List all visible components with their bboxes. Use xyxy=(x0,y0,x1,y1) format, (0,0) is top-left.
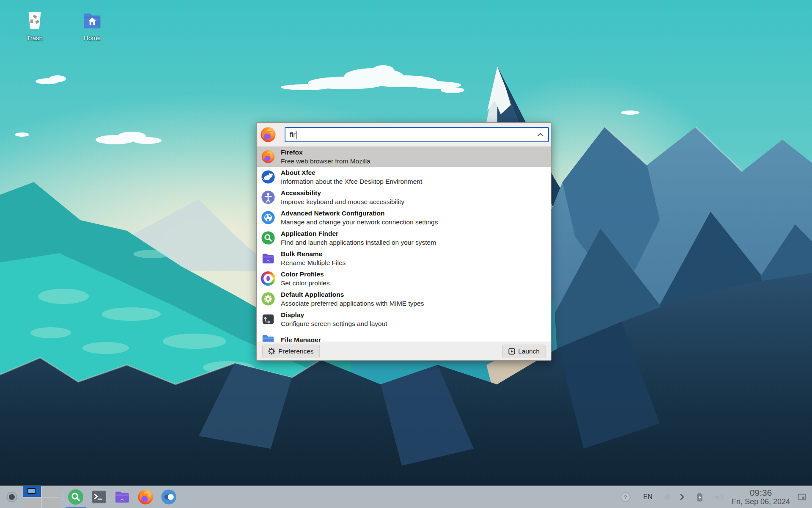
result-subtitle: Information about the Xfce Desktop Envir… xyxy=(281,177,422,186)
result-title: About Xfce xyxy=(281,168,422,177)
desktop: Trash Home xyxy=(0,0,812,508)
result-row[interactable]: Application FinderFind and launch applic… xyxy=(257,228,551,248)
trash-icon xyxy=(19,9,50,32)
file-manager-launcher[interactable] xyxy=(114,489,130,505)
app-finder-icon xyxy=(261,231,275,245)
clock-time: 09:36 xyxy=(732,488,790,497)
panel-separator xyxy=(60,494,65,500)
workspace-switcher xyxy=(23,486,60,508)
desktop-icon-label: Trash xyxy=(19,34,50,41)
accessibility-icon xyxy=(261,190,275,204)
launch-play-icon xyxy=(508,348,515,355)
home-folder-icon xyxy=(77,9,107,32)
search-input[interactable]: fir xyxy=(285,127,549,142)
preferences-button[interactable]: Preferences xyxy=(262,345,320,358)
result-row[interactable]: Advanced Network ConfigurationManage and… xyxy=(257,207,551,228)
launch-button[interactable]: Launch xyxy=(502,345,546,358)
finder-footer: Preferences Launch xyxy=(257,342,551,360)
clock-date: Fri, Sep 06, 2024 xyxy=(732,497,790,506)
battery-charging-icon[interactable] xyxy=(696,492,703,502)
text-caret xyxy=(296,131,297,139)
workspace-1[interactable] xyxy=(23,486,41,497)
firefox-icon xyxy=(261,149,275,164)
result-subtitle: Rename Multiple Files xyxy=(281,258,346,267)
desktop-icon-home[interactable]: Home xyxy=(77,9,107,41)
default-apps-icon xyxy=(261,292,275,306)
result-title: Accessibility xyxy=(281,188,404,197)
workspace-window-thumb xyxy=(27,488,36,494)
preferences-label: Preferences xyxy=(278,348,314,355)
workspace-4[interactable] xyxy=(41,497,60,508)
result-list: FirefoxFree web browser from MozillaAbou… xyxy=(257,146,551,342)
color-profiles-icon xyxy=(261,271,275,286)
launch-label: Launch xyxy=(518,348,540,355)
firefox-icon xyxy=(260,126,277,143)
workspace-3[interactable] xyxy=(23,497,41,508)
result-row[interactable]: File Manager xyxy=(257,329,551,342)
result-title: Bulk Rename xyxy=(281,249,346,258)
notifications-bell-icon[interactable] xyxy=(664,493,672,501)
result-subtitle: Set color profiles xyxy=(281,279,329,287)
result-title: Firefox xyxy=(281,148,370,157)
result-title: Color Profiles xyxy=(281,270,329,279)
application-finder-window: fir FirefoxFree web browser from Mozilla… xyxy=(256,122,551,361)
application-finder-launcher[interactable] xyxy=(68,489,84,505)
result-title: Default Applications xyxy=(281,290,424,299)
desktop-icon-label: Home xyxy=(77,34,107,41)
desktop-icon-trash[interactable]: Trash xyxy=(19,9,50,41)
result-subtitle: Free web browser from Mozilla xyxy=(281,157,370,166)
chevron-up-icon[interactable] xyxy=(537,133,544,137)
result-subtitle: Associate preferred applications with MI… xyxy=(281,299,424,308)
result-row[interactable]: Color ProfilesSet color profiles xyxy=(257,268,551,289)
result-subtitle: Find and launch applications installed o… xyxy=(281,238,436,247)
file-manager-icon xyxy=(261,332,275,342)
result-title: Advanced Network Configuration xyxy=(281,209,438,218)
result-title: Application Finder xyxy=(281,229,436,238)
panel-menu-button[interactable] xyxy=(6,491,18,503)
result-title: Display xyxy=(281,310,387,319)
xfce-icon xyxy=(261,170,275,184)
keyboard-layout-indicator[interactable]: EN xyxy=(643,493,653,501)
result-subtitle: Manage and change your network connectio… xyxy=(281,218,438,226)
gear-icon xyxy=(268,348,275,355)
volume-icon[interactable] xyxy=(714,493,724,501)
result-title: File Manager xyxy=(281,335,321,342)
result-row[interactable]: FirefoxFree web browser from Mozilla xyxy=(257,146,551,167)
result-row[interactable]: About XfceInformation about the Xfce Des… xyxy=(257,167,551,187)
workspace-2[interactable] xyxy=(41,486,60,497)
help-badge-icon[interactable]: ? xyxy=(620,492,631,502)
result-row[interactable]: Default ApplicationsAssociate preferred … xyxy=(257,289,551,309)
terminal-launcher[interactable] xyxy=(91,489,107,505)
network-icon xyxy=(261,210,275,225)
show-desktop-icon[interactable] xyxy=(798,494,806,500)
settings-toggle-launcher[interactable] xyxy=(161,489,177,505)
taskbar-panel: ? EN xyxy=(0,486,812,508)
result-row[interactable]: AccessibilityImprove keyboard and mouse … xyxy=(257,187,551,207)
display-icon xyxy=(261,312,275,326)
result-row[interactable]: DisplayConfigure screen settings and lay… xyxy=(257,309,551,329)
result-row[interactable]: Bulk RenameRename Multiple Files xyxy=(257,248,551,268)
finder-header: fir xyxy=(257,123,551,146)
search-value: fir xyxy=(290,131,296,139)
expand-chevron-icon[interactable] xyxy=(680,494,684,500)
bulk-rename-icon xyxy=(261,251,275,265)
result-subtitle: Improve keyboard and mouse accessibility xyxy=(281,197,404,206)
firefox-launcher[interactable] xyxy=(137,489,154,505)
clock[interactable]: 09:36 Fri, Sep 06, 2024 xyxy=(732,488,790,506)
result-subtitle: Configure screen settings and layout xyxy=(281,319,387,328)
